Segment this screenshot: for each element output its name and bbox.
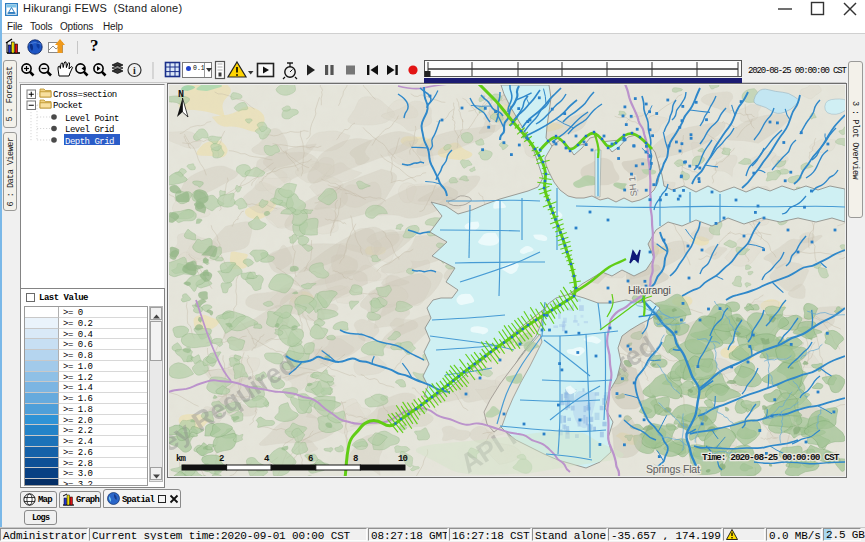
svg-text:Hikurangi: Hikurangi: [628, 284, 671, 296]
svg-text:i: i: [133, 65, 136, 76]
svg-text:SH 1: SH 1: [627, 176, 639, 197]
svg-text:Springs Flat: Springs Flat: [646, 463, 700, 475]
svg-text:6: 6: [308, 454, 313, 464]
svg-text:2: 2: [219, 454, 224, 464]
svg-text:10: 10: [398, 454, 407, 464]
svg-text:N: N: [178, 89, 184, 100]
svg-text:Cross=section: Cross=section: [53, 90, 117, 100]
svg-text:8: 8: [353, 454, 358, 464]
svg-text:Pocket: Pocket: [53, 101, 83, 111]
svg-text:Time: 2020-08-25 00:00:00 CST: Time: 2020-08-25 00:00:00 CST: [702, 452, 840, 463]
svg-text:Depth Grid: Depth Grid: [65, 137, 114, 147]
svg-text:Level Grid: Level Grid: [65, 125, 114, 135]
svg-text:Level Point: Level Point: [65, 114, 119, 124]
